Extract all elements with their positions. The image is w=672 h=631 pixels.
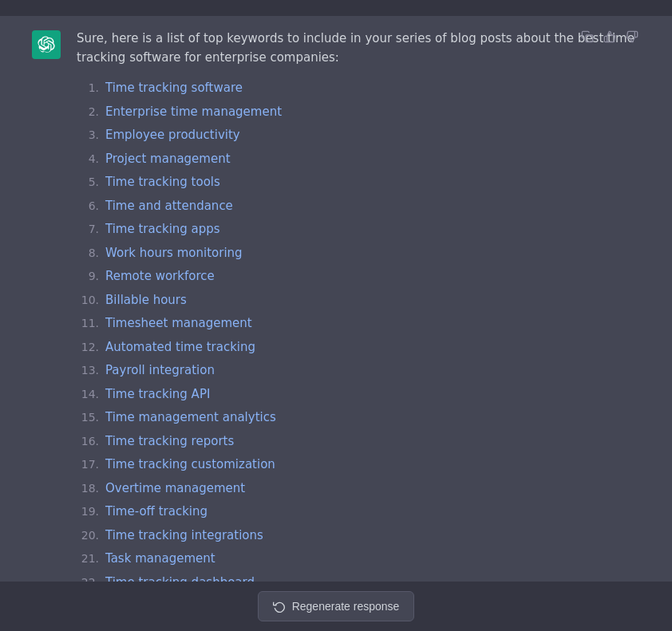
list-item-text: Work hours monitoring	[105, 243, 243, 264]
list-item-number: 7.	[77, 220, 105, 239]
chatgpt-logo-icon	[38, 36, 55, 53]
list-item: 17.Time tracking customization	[77, 455, 640, 475]
list-item-number: 1.	[77, 79, 105, 98]
keywords-list: 1.Time tracking software2.Enterprise tim…	[77, 78, 640, 582]
list-item-number: 21.	[77, 550, 105, 569]
regenerate-label: Regenerate response	[292, 600, 400, 613]
list-item: 2.Enterprise time management	[77, 102, 640, 123]
list-item-number: 15.	[77, 408, 105, 428]
assistant-avatar	[32, 30, 61, 59]
list-item: 4.Project management	[77, 149, 640, 170]
list-item-number: 6.	[77, 197, 105, 216]
list-item-text: Payroll integration	[105, 361, 215, 381]
list-item-text: Employee productivity	[105, 125, 240, 146]
thumbs-down-button[interactable]	[624, 29, 640, 45]
list-item-text: Time tracking dashboard	[105, 573, 255, 582]
message-text-content: Sure, here is a list of top keywords to …	[77, 29, 640, 582]
list-item-number: 8.	[77, 244, 105, 263]
list-item-text: Time-off tracking	[105, 502, 208, 523]
list-item-number: 13.	[77, 361, 105, 381]
list-item-text: Automated time tracking	[105, 337, 255, 358]
list-item-text: Remote workforce	[105, 266, 215, 287]
list-item-number: 22.	[77, 574, 105, 582]
list-item: 10.Billable hours	[77, 290, 640, 311]
list-item: 3.Employee productivity	[77, 125, 640, 146]
list-item: 11.Timesheet management	[77, 314, 640, 334]
list-item-number: 4.	[77, 150, 105, 169]
copy-button[interactable]	[579, 29, 595, 45]
list-item: 19.Time-off tracking	[77, 502, 640, 523]
list-item: 15.Time management analytics	[77, 408, 640, 428]
list-item-number: 14.	[77, 385, 105, 404]
list-item: 1.Time tracking software	[77, 78, 640, 99]
list-item-number: 12.	[77, 338, 105, 357]
list-item-text: Billable hours	[105, 290, 187, 311]
list-item-number: 19.	[77, 503, 105, 522]
list-item-text: Time tracking API	[105, 385, 210, 405]
bottom-bar: Regenerate response	[0, 582, 672, 631]
list-item-number: 9.	[77, 267, 105, 286]
list-item: 18.Overtime management	[77, 479, 640, 499]
list-item-text: Overtime management	[105, 479, 245, 499]
list-item-text: Time tracking apps	[105, 219, 220, 240]
list-item-text: Time tracking integrations	[105, 526, 263, 546]
intro-text: Sure, here is a list of top keywords to …	[77, 31, 634, 65]
list-item-number: 18.	[77, 479, 105, 499]
chat-container: Sure, here is a list of top keywords to …	[0, 0, 672, 582]
list-item-text: Time tracking software	[105, 78, 243, 99]
message-wrapper: Sure, here is a list of top keywords to …	[0, 16, 672, 582]
list-item-text: Project management	[105, 149, 231, 170]
list-item-text: Timesheet management	[105, 314, 252, 334]
list-item-text: Enterprise time management	[105, 102, 282, 123]
list-item: 8.Work hours monitoring	[77, 243, 640, 264]
regenerate-icon	[273, 600, 286, 613]
list-item-text: Task management	[105, 549, 215, 570]
list-item-number: 17.	[77, 456, 105, 475]
list-item-number: 16.	[77, 432, 105, 452]
list-item-text: Time and attendance	[105, 196, 233, 217]
list-item-number: 20.	[77, 526, 105, 546]
message-actions-bar	[579, 29, 640, 45]
svg-rect-0	[586, 35, 593, 42]
list-item-number: 3.	[77, 126, 105, 145]
list-item-text: Time tracking customization	[105, 455, 275, 475]
assistant-message: Sure, here is a list of top keywords to …	[0, 16, 672, 582]
list-item-text: Time tracking tools	[105, 172, 220, 193]
message-intro: Sure, here is a list of top keywords to …	[77, 29, 640, 67]
list-item-number: 11.	[77, 314, 105, 333]
list-item-text: Time tracking reports	[105, 432, 234, 452]
list-item: 22.Time tracking dashboard	[77, 573, 640, 582]
list-item: 20.Time tracking integrations	[77, 526, 640, 546]
thumbs-up-icon	[603, 30, 616, 43]
list-item-text: Time management analytics	[105, 408, 276, 428]
thumbs-down-icon	[626, 30, 638, 43]
list-item: 7.Time tracking apps	[77, 219, 640, 240]
list-item: 21.Task management	[77, 549, 640, 570]
list-item: 5.Time tracking tools	[77, 172, 640, 193]
list-item: 9.Remote workforce	[77, 266, 640, 287]
list-item: 12.Automated time tracking	[77, 337, 640, 358]
list-item-number: 5.	[77, 173, 105, 192]
thumbs-up-button[interactable]	[602, 29, 618, 45]
copy-icon	[581, 30, 594, 43]
list-item: 14.Time tracking API	[77, 385, 640, 405]
list-item-number: 10.	[77, 291, 105, 310]
list-item-number: 2.	[77, 103, 105, 122]
regenerate-button[interactable]: Regenerate response	[258, 591, 415, 621]
list-item: 16.Time tracking reports	[77, 432, 640, 452]
list-item: 6.Time and attendance	[77, 196, 640, 217]
list-item: 13.Payroll integration	[77, 361, 640, 381]
